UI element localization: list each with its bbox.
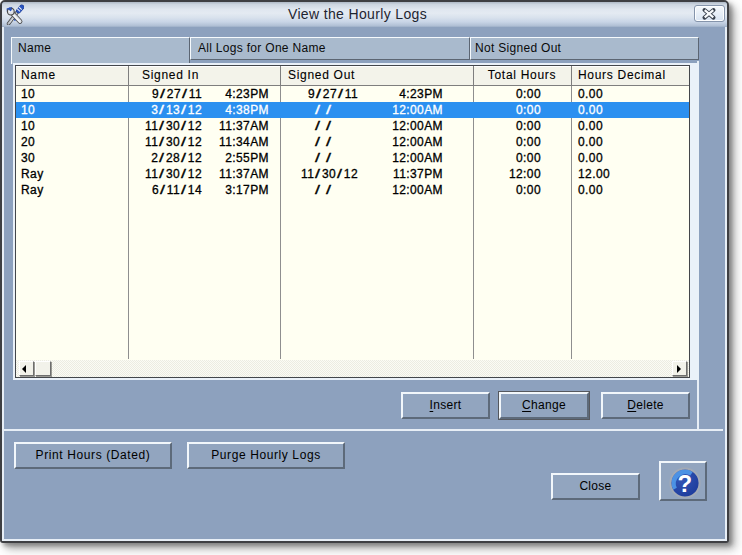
svg-text:?: ? — [678, 470, 693, 497]
